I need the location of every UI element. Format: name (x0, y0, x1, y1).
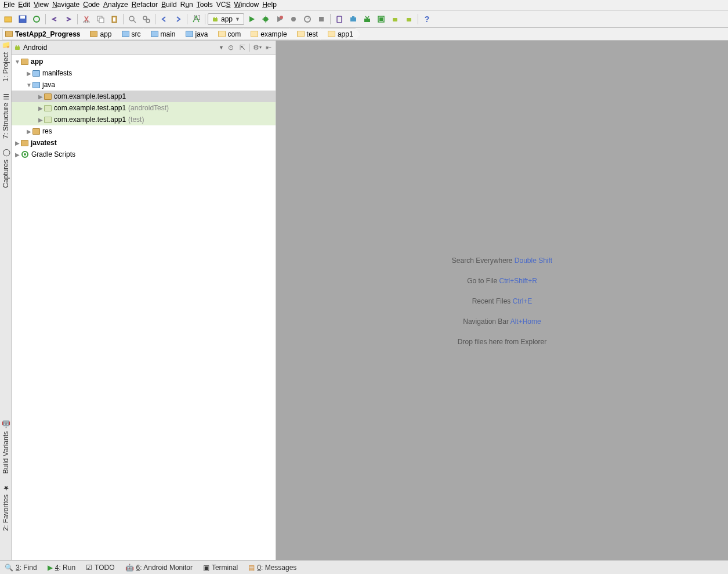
dropdown-icon: ▼ (235, 16, 240, 22)
module-icon (21, 140, 28, 146)
tab-captures[interactable]: Captures◯ (2, 150, 10, 188)
attach-icon[interactable] (287, 13, 300, 26)
sdk-icon[interactable] (347, 13, 360, 26)
expand-arrow-icon[interactable]: ▶ (14, 151, 21, 158)
tree-node-package-2[interactable]: ▶ com.example.test.app1 (androidTest) (12, 102, 276, 114)
menu-vcs[interactable]: VCS (216, 1, 231, 9)
forward-icon[interactable] (172, 13, 184, 26)
editor-empty-state[interactable]: Search Everywhere Double Shift Go to Fil… (276, 41, 728, 560)
menu-edit[interactable]: Edit (18, 1, 30, 9)
menu-code[interactable]: Code (83, 1, 100, 9)
crumb-test[interactable]: test (289, 28, 320, 40)
expand-arrow-icon[interactable]: ▶ (37, 105, 44, 111)
hint-recent-files: Recent Files Ctrl+E (472, 295, 533, 305)
tree-node-gradle[interactable]: ▶ Gradle Scripts (12, 149, 276, 160)
crumb-com[interactable]: com (211, 28, 244, 40)
tab-find[interactable]: 🔍3: Find (5, 564, 37, 572)
android-icon-2[interactable] (389, 13, 401, 26)
tab-structure[interactable]: 7: Structure☰ (2, 93, 10, 139)
expand-arrow-icon[interactable]: ▶ (26, 128, 32, 135)
menu-view[interactable]: View (34, 1, 49, 9)
tab-run[interactable]: ▶4: Run (48, 564, 75, 572)
menu-run[interactable]: Run (180, 1, 193, 9)
paste-icon[interactable] (108, 13, 121, 26)
separator (123, 14, 124, 24)
tree-node-package-1[interactable]: ▶ com.example.test.app1 (12, 91, 276, 102)
expand-arrow-icon[interactable]: ▶ (14, 140, 21, 146)
stop-icon[interactable] (315, 13, 328, 26)
copy-icon[interactable] (94, 13, 107, 26)
make-icon[interactable]: 01 (190, 13, 202, 26)
crumb-example[interactable]: example (243, 28, 289, 40)
project-icon: 📁 (2, 43, 9, 50)
tab-terminal[interactable]: ▣Terminal (203, 564, 238, 572)
svg-rect-31 (393, 18, 397, 21)
menu-build[interactable]: Build (161, 1, 177, 9)
hide-icon[interactable]: ⇤ (264, 43, 273, 52)
menu-tools[interactable]: Tools (197, 1, 213, 9)
gear-icon[interactable]: ⚙▾ (252, 43, 262, 52)
search-icon: 🔍 (5, 564, 13, 572)
profiler-icon[interactable] (301, 13, 314, 26)
tree-node-app[interactable]: ▼ app (12, 56, 276, 67)
android-icon-3[interactable] (403, 13, 415, 26)
star-icon: ★ (2, 485, 9, 492)
tab-messages[interactable]: ▤0: Messages (248, 564, 296, 572)
tree-node-res[interactable]: ▶ res (12, 125, 276, 137)
crumb-app[interactable]: app (82, 28, 114, 40)
cut-icon[interactable] (80, 13, 93, 26)
crumb-java[interactable]: java (178, 28, 211, 40)
svg-rect-33 (15, 46, 20, 50)
avd-icon[interactable] (333, 13, 346, 26)
tab-todo[interactable]: ☑TODO (86, 564, 114, 572)
left-tool-gutter: 1: Project📁 7: Structure☰ Captures◯ Buil… (0, 41, 12, 560)
svg-point-21 (280, 16, 283, 19)
layout-inspector-icon[interactable] (375, 13, 387, 26)
tab-android-monitor[interactable]: 🤖6: Android Monitor (125, 564, 193, 572)
open-icon[interactable] (2, 13, 15, 26)
expand-arrow-icon[interactable]: ▶ (26, 70, 32, 77)
scroll-from-source-icon[interactable]: ⊙ (226, 43, 236, 52)
project-tree[interactable]: ▼ app ▶ manifests ▼ java ▶ com.example.t… (12, 55, 276, 560)
crumb-project[interactable]: TestApp2_Progress (2, 28, 82, 40)
crumb-main[interactable]: main (143, 28, 178, 40)
help-icon[interactable]: ? (421, 13, 433, 26)
find-icon[interactable] (126, 13, 139, 26)
redo-icon[interactable] (62, 13, 75, 26)
replace-icon[interactable] (140, 13, 153, 26)
menu-analyze[interactable]: Analyze (103, 1, 128, 9)
tab-favorites[interactable]: 2: Favorites★ (2, 485, 10, 531)
menu-refactor[interactable]: Refactor (132, 1, 158, 9)
svg-point-17 (216, 17, 217, 18)
sync-icon[interactable] (30, 13, 43, 26)
project-view-combo[interactable]: Android ▼ (14, 44, 226, 52)
run-config-combo[interactable]: app ▼ (208, 13, 244, 25)
expand-arrow-icon[interactable]: ▼ (26, 82, 32, 88)
tree-node-package-3[interactable]: ▶ com.example.test.app1 (test) (12, 114, 276, 125)
expand-arrow-icon[interactable]: ▶ (37, 117, 44, 123)
tree-node-javatest[interactable]: ▶ javatest (12, 137, 276, 149)
svg-rect-32 (407, 18, 411, 21)
crumb-app1[interactable]: app1 (320, 28, 356, 40)
tree-node-manifests[interactable]: ▶ manifests (12, 67, 276, 79)
menu-help[interactable]: Help (262, 1, 277, 9)
collapse-all-icon[interactable]: ⇱ (238, 43, 247, 52)
expand-arrow-icon[interactable]: ▶ (37, 93, 44, 100)
menu-navigate[interactable]: Navigate (52, 1, 79, 9)
tab-project[interactable]: 1: Project📁 (2, 43, 10, 82)
tree-node-java[interactable]: ▼ java (12, 79, 276, 91)
folder-icon (328, 31, 335, 37)
menu-file[interactable]: File (3, 1, 15, 9)
bottom-tool-bar: 🔍3: Find ▶4: Run ☑TODO 🤖6: Android Monit… (0, 560, 728, 574)
sync-gradle-icon[interactable] (361, 13, 374, 26)
undo-icon[interactable] (48, 13, 61, 26)
tab-build-variants[interactable]: Build Variants🤖 (2, 422, 10, 474)
menu-window[interactable]: Window (234, 1, 259, 9)
expand-arrow-icon[interactable]: ▼ (14, 59, 21, 65)
save-icon[interactable] (16, 13, 29, 26)
profile-icon[interactable] (273, 13, 286, 26)
back-icon[interactable] (158, 13, 171, 26)
debug-icon[interactable] (259, 13, 272, 26)
run-icon[interactable] (245, 13, 258, 26)
svg-point-3 (34, 16, 39, 22)
